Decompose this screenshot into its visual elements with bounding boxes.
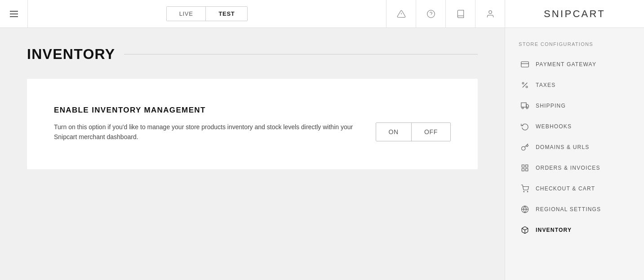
toggle-control: ON OFF — [376, 122, 451, 141]
svg-rect-14 — [522, 165, 524, 167]
key-icon — [519, 143, 531, 151]
hamburger-button[interactable] — [0, 0, 28, 28]
question-icon — [426, 9, 435, 18]
svg-rect-16 — [526, 169, 528, 171]
hamburger-icon — [10, 11, 18, 17]
refresh-icon — [519, 122, 531, 131]
svg-rect-10 — [521, 103, 526, 107]
svg-rect-17 — [522, 169, 524, 171]
svg-point-12 — [522, 107, 524, 109]
sidebar-item-domains-urls[interactable]: DOMAINS & URLS — [505, 137, 644, 158]
sidebar-item-label-taxes: TAXES — [536, 82, 631, 88]
box-icon — [519, 226, 531, 234]
help-button[interactable] — [416, 0, 445, 28]
svg-point-8 — [522, 82, 524, 84]
live-button[interactable]: LIVE — [167, 7, 206, 21]
card-description: Turn on this option if you'd like to man… — [54, 122, 358, 142]
svg-rect-5 — [521, 62, 529, 67]
sidebar-item-label-regional-settings: REGIONAL SETTINGS — [536, 206, 631, 212]
svg-rect-15 — [526, 165, 528, 167]
sidebar: STORE CONFIGURATIONS PAYMENT GATEWAY TAX… — [505, 28, 644, 280]
card-body-row: Turn on this option if you'd like to man… — [54, 122, 451, 142]
sidebar-item-label-webhooks: WEBHOOKS — [536, 123, 631, 130]
topbar-center: LIVE TEST — [28, 6, 386, 21]
inventory-card: ENABLE INVENTORY MANAGEMENT Turn on this… — [27, 79, 478, 169]
page-title: INVENTORY — [27, 46, 115, 63]
percent-icon — [519, 81, 531, 89]
main-layout: INVENTORY ENABLE INVENTORY MANAGEMENT Tu… — [0, 28, 644, 280]
grid-icon — [519, 164, 531, 172]
env-toggle: LIVE TEST — [166, 6, 248, 21]
content-area: INVENTORY ENABLE INVENTORY MANAGEMENT Tu… — [0, 28, 505, 280]
credit-card-icon — [519, 60, 531, 68]
sidebar-item-orders-invoices[interactable]: ORDERS & INVOICES — [505, 158, 644, 178]
sidebar-item-label-orders-invoices: ORDERS & INVOICES — [536, 165, 631, 171]
sidebar-item-label-domains-urls: DOMAINS & URLS — [536, 144, 631, 150]
sidebar-item-label-inventory: INVENTORY — [536, 227, 631, 233]
brand-logo: SNIPCART — [505, 0, 644, 28]
toggle-off-button[interactable]: OFF — [412, 123, 450, 141]
user-icon — [486, 9, 495, 18]
test-button[interactable]: TEST — [206, 7, 247, 21]
sidebar-item-checkout-cart[interactable]: CHECKOUT & CART — [505, 178, 644, 199]
toggle-on-button[interactable]: ON — [376, 123, 412, 141]
cart-icon — [519, 185, 531, 193]
card-section-title: ENABLE INVENTORY MANAGEMENT — [54, 106, 451, 115]
svg-point-2 — [427, 10, 435, 18]
sidebar-item-label-checkout-cart: CHECKOUT & CART — [536, 185, 631, 192]
sidebar-item-taxes[interactable]: TAXES — [505, 75, 644, 95]
svg-point-18 — [524, 191, 524, 192]
sidebar-item-label-payment-gateway: PAYMENT GATEWAY — [536, 61, 631, 68]
sidebar-item-label-shipping: SHIPPING — [536, 103, 631, 109]
docs-button[interactable] — [445, 0, 475, 28]
svg-line-7 — [523, 83, 528, 88]
svg-point-13 — [526, 107, 528, 109]
alert-icon — [397, 9, 406, 18]
svg-marker-11 — [526, 104, 529, 107]
alert-button[interactable] — [386, 0, 416, 28]
book-icon — [456, 9, 465, 18]
truck-icon — [519, 102, 531, 110]
sidebar-item-webhooks[interactable]: WEBHOOKS — [505, 116, 644, 137]
svg-point-19 — [527, 191, 528, 192]
page-title-divider — [124, 54, 478, 54]
account-button[interactable] — [475, 0, 505, 28]
svg-point-4 — [489, 10, 492, 14]
sidebar-section-label: STORE CONFIGURATIONS — [505, 41, 644, 54]
sidebar-item-payment-gateway[interactable]: PAYMENT GATEWAY — [505, 54, 644, 75]
sidebar-item-regional-settings[interactable]: REGIONAL SETTINGS — [505, 199, 644, 220]
svg-point-9 — [526, 86, 528, 88]
page-title-row: INVENTORY — [27, 46, 478, 63]
sidebar-item-inventory[interactable]: INVENTORY — [505, 220, 644, 240]
globe-icon — [519, 205, 531, 213]
sidebar-item-shipping[interactable]: SHIPPING — [505, 95, 644, 116]
topbar: LIVE TEST — [0, 0, 644, 28]
topbar-icons — [386, 0, 505, 28]
